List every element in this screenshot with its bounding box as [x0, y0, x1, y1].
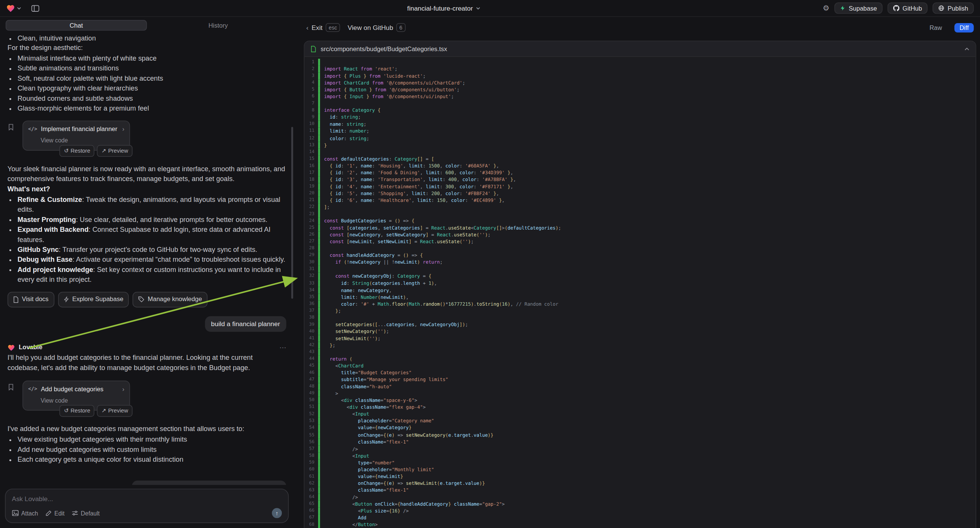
code-line: 38: [305, 314, 976, 321]
preview-button[interactable]: ↗ Preview: [97, 405, 132, 417]
whats-next-heading: What's next?: [8, 184, 286, 194]
code-line: 22];: [305, 204, 976, 211]
restore-button[interactable]: ↺ Restore: [59, 405, 94, 417]
code-line: 55 onChange={(e) => setNewCategory(e.tar…: [305, 431, 976, 438]
restore-button[interactable]: ↺ Restore: [59, 145, 94, 157]
github-button[interactable]: GitHub: [888, 3, 928, 14]
code-icon: </>: [28, 126, 37, 133]
edit-label: Edit: [54, 509, 64, 516]
code-line: 13}: [305, 142, 976, 148]
code-line: 28: [305, 245, 976, 252]
code-line: 4import ChartCard from '@/components/ui/…: [305, 80, 976, 86]
code-line: 57 />: [305, 445, 976, 452]
code-line: 25 const [categories, setCategories] = R…: [305, 224, 976, 231]
list-item: Soft, neutral color palette with light b…: [18, 73, 286, 83]
code-line: 41 setNewLimit('');: [305, 335, 976, 342]
exit-button[interactable]: ‹ Exit esc: [306, 23, 340, 32]
restore-icon: ↺: [64, 147, 68, 155]
code-line: 29 const handleAddCategory = () => {: [305, 252, 976, 259]
assistant-paragraph: I've added a new budget categories manag…: [8, 424, 286, 434]
code-viewer-panel: ‹ Exit esc View on GitHub 6 Raw Diff sr: [294, 17, 980, 528]
preview-button[interactable]: ↗ Preview: [97, 145, 132, 157]
settings-gear-icon[interactable]: ⚙: [823, 4, 830, 13]
chevron-left-icon: ‹: [306, 24, 309, 32]
edit-mode-button[interactable]: Edit: [45, 509, 64, 516]
manage-knowledge-button[interactable]: Manage knowledge: [133, 292, 208, 307]
code-line: 21 { id: '6', name: 'Healthcare', limit:…: [305, 197, 976, 204]
code-line: 47 subtitle="Manage your spending limits…: [305, 376, 976, 383]
visit-docs-button[interactable]: Visit docs: [8, 292, 54, 307]
code-line: 8interface Category {: [305, 107, 976, 114]
explore-supabase-button[interactable]: Explore Supabase: [58, 292, 129, 307]
preview-label: Preview: [108, 147, 128, 155]
design-intro-text: For the design aesthetic:: [8, 43, 286, 53]
globe-icon: [938, 5, 944, 11]
code-line: 26 const [newCategory, setNewCategory] =…: [305, 231, 976, 238]
code-line: 51 <div className="flex gap-4">: [305, 404, 976, 410]
composer-input[interactable]: [12, 495, 282, 503]
list-item: Add project knowledge: Set key context o…: [18, 264, 286, 285]
external-link-icon: ↗: [102, 407, 106, 415]
chat-mode-selector[interactable]: Default: [72, 509, 100, 516]
message-menu-icon[interactable]: ⋯: [280, 343, 286, 353]
code-lines: 12import React from 'react';3import { Pl…: [305, 57, 976, 528]
bookmark-icon[interactable]: [8, 124, 14, 131]
code-line: 37 };: [305, 307, 976, 314]
code-line: 20 { id: '5', name: 'Shopping', limit: 2…: [305, 190, 976, 197]
code-line: 10 name: string;: [305, 121, 976, 128]
bookmark-icon[interactable]: [8, 383, 14, 390]
supabase-label: Supabase: [849, 5, 877, 11]
view-code-link[interactable]: View code: [41, 396, 124, 405]
chat-scrollbar-thumb[interactable]: [291, 127, 293, 299]
manage-knowledge-label: Manage knowledge: [148, 295, 202, 304]
visit-docs-label: Visit docs: [22, 295, 48, 304]
added-bullet-list: View existing budget categories with the…: [8, 434, 286, 464]
edit-card-title: Implement financial planner: [41, 125, 118, 134]
arrow-up-icon: ↑: [275, 510, 278, 516]
code-line: 67 Add: [305, 514, 976, 521]
code-line: 33 id: String(categories.length + 1),: [305, 280, 976, 286]
file-header[interactable]: src/components/budget/BudgetCategories.t…: [305, 41, 976, 57]
supabase-button[interactable]: Supabase: [835, 3, 883, 14]
chevron-right-icon: ›: [123, 385, 125, 394]
list-item: Add new budget categories with custom li…: [18, 444, 286, 454]
send-button[interactable]: ↑: [272, 508, 282, 518]
preview-label: Preview: [108, 407, 128, 415]
list-item: Master Prompting: Use clear, detailed, a…: [18, 215, 286, 224]
lovable-logo-menu[interactable]: [6, 4, 21, 12]
collapse-file-button[interactable]: [964, 47, 969, 50]
suggestion-buttons-row: Visit docs Explore Supabase Manage: [8, 292, 286, 307]
design-list-partial: Clean, intuitive navigation: [8, 33, 286, 43]
chevron-down-icon: [17, 6, 22, 10]
sidebar-toggle-icon[interactable]: [31, 5, 39, 11]
diff-toggle-button[interactable]: Diff: [955, 23, 974, 32]
tab-history[interactable]: History: [148, 20, 288, 31]
code-line: 5import { Button } from '@/components/ui…: [305, 86, 976, 93]
tag-icon: [138, 296, 144, 302]
view-code-link[interactable]: View code: [41, 136, 124, 145]
project-name-dropdown[interactable]: financial-future-creator: [407, 5, 480, 12]
code-line: 6import { Input } from '@/components/ui/…: [305, 93, 976, 100]
tab-chat[interactable]: Chat: [6, 20, 147, 31]
publish-button[interactable]: Publish: [933, 3, 974, 14]
code-line: 36 color: '#' + Math.floor(Math.random()…: [305, 301, 976, 307]
code-line: 65 <Button onClick={handleAddCategory} c…: [305, 501, 976, 507]
code-line: 53 placeholder="Category name": [305, 418, 976, 425]
code-line: 60 placeholder="Monthly limit": [305, 466, 976, 473]
code-line: 64 />: [305, 493, 976, 500]
code-line: 59 type="number": [305, 459, 976, 466]
raw-toggle-button[interactable]: Raw: [924, 23, 947, 32]
code-line: 40 setNewCategory('');: [305, 328, 976, 335]
list-item: Refine & Customize: Tweak the design, an…: [18, 194, 286, 215]
external-link-icon: ↗: [102, 147, 106, 155]
assistant-name: Lovable: [19, 344, 42, 353]
attach-button[interactable]: Attach: [12, 509, 38, 516]
pencil-icon: [45, 510, 51, 516]
attach-label: Attach: [21, 509, 38, 516]
list-item: Debug with Ease: Activate our experiment…: [18, 254, 286, 264]
view-on-github-button[interactable]: View on GitHub 6: [348, 23, 406, 32]
code-toolbar: ‹ Exit esc View on GitHub 6 Raw Diff: [304, 20, 976, 35]
view-on-github-label: View on GitHub: [348, 24, 393, 32]
esc-kbd-badge: esc: [326, 23, 340, 32]
edit-card-implement-planner: </> Implement financial planner › View c…: [22, 121, 130, 151]
